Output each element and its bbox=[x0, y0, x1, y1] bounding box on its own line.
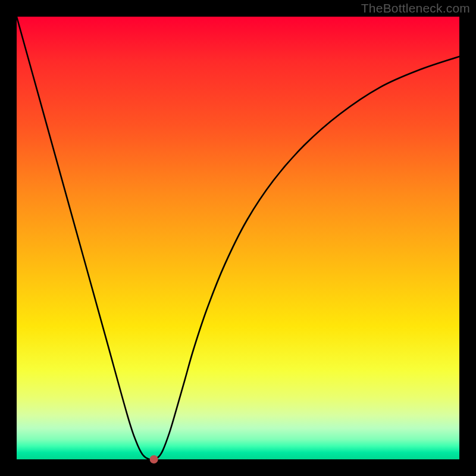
plot-area bbox=[17, 17, 459, 459]
minimum-marker bbox=[150, 455, 158, 464]
curve-svg bbox=[17, 17, 459, 459]
chart-frame: TheBottleneck.com bbox=[0, 0, 476, 476]
bottleneck-curve bbox=[17, 17, 459, 460]
watermark-text: TheBottleneck.com bbox=[361, 1, 470, 15]
